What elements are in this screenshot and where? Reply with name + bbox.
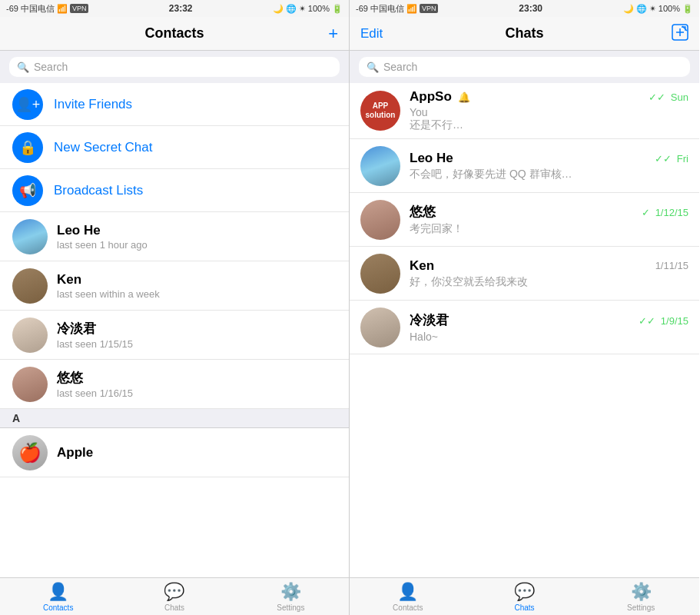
right-status-bar: -69 中国电信 📶 VPN 23:30 🌙 🌐 ✴ 100% 🔋: [350, 0, 699, 17]
right-chats-tab-label: Chats: [514, 603, 534, 612]
chat-leohe[interactable]: Leo He ✓✓ Fri 不会吧，好像要先进 QQ 群审核…: [350, 139, 699, 193]
contacts-tab-icon: 👤: [48, 582, 68, 602]
left-battery-icon: 🔋: [332, 4, 343, 14]
right-tab-settings[interactable]: ⚙️ Settings: [582, 582, 699, 612]
left-add-button[interactable]: +: [328, 25, 338, 42]
broadcast-icon: 📢: [12, 175, 43, 206]
ken-chat-preview: 好，你没空就丢给我来改: [410, 275, 688, 289]
appso-name-row: AppSo 🔔: [410, 89, 470, 105]
right-search-input-wrap[interactable]: 🔍 Search: [359, 57, 690, 77]
ken-info: Ken last seen within a week: [57, 272, 337, 300]
leo-he-info: Leo He last seen 1 hour ago: [57, 223, 337, 251]
right-search-placeholder: Search: [383, 61, 417, 73]
right-battery-icon: 🔋: [682, 4, 693, 14]
right-wifi-icon: 📶: [406, 4, 417, 14]
yoyo-chat-name: 悠悠: [410, 203, 436, 221]
right-settings-tab-label: Settings: [627, 603, 655, 612]
left-panel: -69 中国电信 📶 VPN 23:32 🌙 🌐 ✴ 100% 🔋 Contac…: [0, 0, 350, 615]
ken-chat-name: Ken: [410, 258, 434, 274]
right-battery: 100%: [659, 4, 680, 13]
appso-time-row: ✓✓ Sun: [649, 90, 688, 104]
leohe-avatar: [360, 146, 400, 186]
yoyo-chat-preview: 考完回家！: [410, 222, 688, 236]
leohe-info: Leo He ✓✓ Fri 不会吧，好像要先进 QQ 群审核…: [410, 151, 688, 181]
apple-name: Apple: [57, 445, 337, 460]
contact-ken[interactable]: Ken last seen within a week: [0, 261, 349, 311]
leo-he-sub: last seen 1 hour ago: [57, 239, 337, 251]
right-compose-button[interactable]: [672, 24, 688, 44]
left-vpn-badge: VPN: [70, 4, 89, 13]
left-tab-bar: 👤 Contacts 💬 Chats ⚙️ Settings: [0, 577, 349, 615]
chats-tab-label: Chats: [164, 603, 184, 612]
lengdan-chat-preview: Halo~: [410, 331, 688, 343]
left-bluetooth-icon: ✴: [299, 4, 306, 14]
lengdan-chat-name: 冷淡君: [410, 311, 449, 329]
right-panel: -69 中国电信 📶 VPN 23:30 🌙 🌐 ✴ 100% 🔋 Edit C…: [350, 0, 699, 615]
contact-apple[interactable]: 🍎 Apple: [0, 428, 349, 477]
ken-avatar: [12, 268, 48, 304]
broadcast-lists-label: Broadcast Lists: [54, 183, 143, 198]
left-nav-title: Contacts: [144, 25, 204, 42]
leohe-header: Leo He ✓✓ Fri: [410, 151, 688, 166]
yoyo-avatar: [12, 367, 48, 402]
contact-lengdan[interactable]: 冷淡君 last seen 1/15/15: [0, 311, 349, 360]
new-secret-chat-item[interactable]: 🔒 New Secret Chat: [0, 126, 349, 169]
right-signal: -69 中国电信: [356, 3, 404, 15]
leohe-double-check: ✓✓: [655, 153, 672, 165]
leohe-time-row: ✓✓ Fri: [655, 151, 688, 165]
left-list: 👤+ Invite Friends 🔒 New Secret Chat 📢 Br…: [0, 83, 349, 577]
left-time: 23:32: [169, 3, 193, 14]
left-moon-icon: 🌙: [273, 4, 284, 14]
right-nav-title: Chats: [505, 25, 543, 42]
contact-yoyo[interactable]: 悠悠 last seen 1/16/15: [0, 360, 349, 409]
invite-friends-item[interactable]: 👤+ Invite Friends: [0, 83, 349, 126]
left-nav-bar: Contacts +: [0, 17, 349, 51]
left-status-left: -69 中国电信 📶 VPN: [6, 3, 88, 15]
yoyo-chat-header: 悠悠 ✓ 1/12/15: [410, 203, 688, 221]
left-wifi-icon: 📶: [57, 4, 68, 14]
right-edit-button[interactable]: Edit: [360, 26, 383, 42]
left-battery: 100%: [308, 4, 330, 13]
apple-avatar: 🍎: [12, 435, 48, 470]
appso-double-check: ✓✓: [649, 91, 665, 103]
leo-he-avatar: [12, 219, 48, 254]
right-tab-chats[interactable]: 💬 Chats: [466, 582, 583, 612]
right-bluetooth-icon: ✴: [649, 4, 656, 14]
left-tab-settings[interactable]: ⚙️ Settings: [233, 582, 349, 612]
lengdan-info: 冷淡君 last seen 1/15/15: [57, 320, 337, 350]
right-tab-bar: 👤 Contacts 💬 Chats ⚙️ Settings: [350, 577, 699, 615]
appso-header: AppSo 🔔 ✓✓ Sun: [410, 89, 688, 105]
left-tab-contacts[interactable]: 👤 Contacts: [0, 582, 116, 612]
lengdan-double-check: ✓✓: [639, 315, 655, 327]
appso-avatar-text1: APP: [373, 101, 389, 111]
left-tab-chats[interactable]: 💬 Chats: [116, 582, 232, 612]
right-chats-tab-icon: 💬: [514, 582, 535, 602]
lengdan-time-row: ✓✓ 1/9/15: [639, 314, 688, 327]
lock-icon: 🔒: [19, 139, 36, 156]
leo-he-name: Leo He: [57, 223, 337, 238]
ken-time: 1/11/15: [655, 260, 688, 271]
apple-info: Apple: [57, 445, 337, 460]
contacts-tab-label: Contacts: [43, 603, 73, 612]
megaphone-icon: 📢: [19, 182, 36, 199]
yoyo-chat-info: 悠悠 ✓ 1/12/15 考完回家！: [410, 203, 688, 236]
yoyo-time: 1/12/15: [655, 207, 688, 218]
contact-leo-he[interactable]: Leo He last seen 1 hour ago: [0, 212, 349, 261]
lengdan-sub: last seen 1/15/15: [57, 338, 337, 350]
invite-friends-icon: 👤+: [12, 89, 43, 120]
right-search-bar: 🔍 Search: [350, 51, 699, 83]
right-status-right: 🌙 🌐 ✴ 100% 🔋: [623, 4, 693, 14]
chat-ken[interactable]: Ken 1/11/15 好，你没空就丢给我来改: [350, 247, 699, 301]
yoyo-sub: last seen 1/16/15: [57, 387, 337, 399]
settings-tab-label: Settings: [277, 603, 304, 612]
chat-lengdan[interactable]: 冷淡君 ✓✓ 1/9/15 Halo~: [350, 301, 699, 354]
left-search-bar: 🔍 Search: [0, 51, 349, 83]
left-search-input-wrap[interactable]: 🔍 Search: [9, 57, 340, 77]
right-contacts-tab-label: Contacts: [393, 603, 423, 612]
chat-appso[interactable]: APP solution AppSo 🔔 ✓✓ Sun You: [350, 83, 699, 139]
chats-tab-icon: 💬: [164, 582, 184, 602]
leohe-preview: 不会吧，好像要先进 QQ 群审核…: [410, 168, 688, 181]
chat-yoyo[interactable]: 悠悠 ✓ 1/12/15 考完回家！: [350, 193, 699, 247]
broadcast-lists-item[interactable]: 📢 Broadcast Lists: [0, 169, 349, 212]
right-tab-contacts[interactable]: 👤 Contacts: [350, 582, 466, 612]
